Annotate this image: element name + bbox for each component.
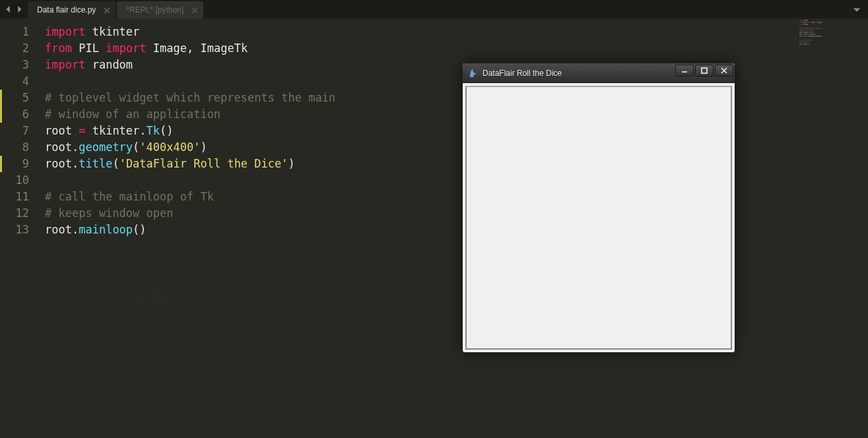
code-line[interactable]: # keeps window open	[45, 205, 868, 222]
close-icon[interactable]	[104, 7, 110, 13]
code-line[interactable]: # call the mainloop of Tk	[45, 189, 868, 205]
minimize-button[interactable]	[675, 65, 694, 77]
code-line[interactable]: import tkinter	[45, 24, 868, 40]
editor: 12345678910111213 import tkinterfrom PIL…	[0, 18, 868, 438]
code-line[interactable]	[45, 73, 868, 90]
code-line[interactable]: root.geometry('400x400')	[45, 139, 868, 156]
tab-label: *REPL* [python]	[126, 5, 184, 15]
code-line[interactable]: root = tkinter.Tk()	[45, 123, 868, 139]
code-line[interactable]: # window of an application	[45, 106, 868, 123]
line-number: 13	[0, 222, 38, 238]
line-number: 9	[0, 156, 38, 172]
line-number: 1	[0, 24, 38, 40]
tkinter-window[interactable]: DataFlair Roll the Dice	[462, 63, 735, 353]
close-icon[interactable]	[191, 7, 198, 13]
line-number: 5	[0, 90, 38, 106]
line-number: 6	[0, 106, 38, 123]
title-bar: Data flair dice.py*REPL* [python]	[0, 0, 868, 18]
code-line[interactable]: from PIL import Image, ImageTk	[45, 40, 868, 57]
tab-bar: Data flair dice.py*REPL* [python]	[28, 0, 205, 18]
line-number: 10	[0, 172, 38, 189]
line-number: 8	[0, 139, 38, 156]
line-number: 7	[0, 123, 38, 139]
line-number: 3	[0, 57, 38, 73]
line-number: 4	[0, 73, 38, 90]
window-title: DataFlair Roll the Dice	[483, 69, 562, 78]
line-number: 11	[0, 189, 38, 205]
titlebar[interactable]: DataFlair Roll the Dice	[463, 63, 735, 83]
tab-1[interactable]: *REPL* [python]	[117, 1, 203, 18]
line-number: 12	[0, 205, 38, 222]
code-line[interactable]: # toplevel widget which represents the m…	[45, 90, 868, 106]
minimap[interactable]	[799, 20, 865, 79]
window-controls	[674, 65, 733, 77]
nav-forward-icon[interactable]	[15, 5, 24, 14]
tab-0[interactable]: Data flair dice.py	[28, 1, 116, 18]
app-icon	[468, 68, 479, 78]
nav-back-icon[interactable]	[4, 5, 13, 14]
svg-rect-7	[702, 68, 707, 73]
code-line[interactable]	[45, 172, 868, 189]
close-button[interactable]	[715, 65, 733, 77]
line-number: 2	[0, 40, 38, 57]
maximize-button[interactable]	[695, 65, 714, 77]
code-area[interactable]: import tkinterfrom PIL import Image, Ima…	[38, 18, 868, 438]
code-line[interactable]: root.title('DataFlair Roll the Dice')	[45, 156, 868, 172]
gutter: 12345678910111213	[0, 18, 38, 438]
code-line[interactable]: root.mainloop()	[45, 222, 868, 238]
nav-arrows	[0, 0, 28, 18]
dropdown-icon[interactable]	[852, 5, 861, 15]
window-body	[465, 86, 732, 350]
code-line[interactable]: import random	[45, 57, 868, 73]
tab-label: Data flair dice.py	[37, 5, 96, 15]
